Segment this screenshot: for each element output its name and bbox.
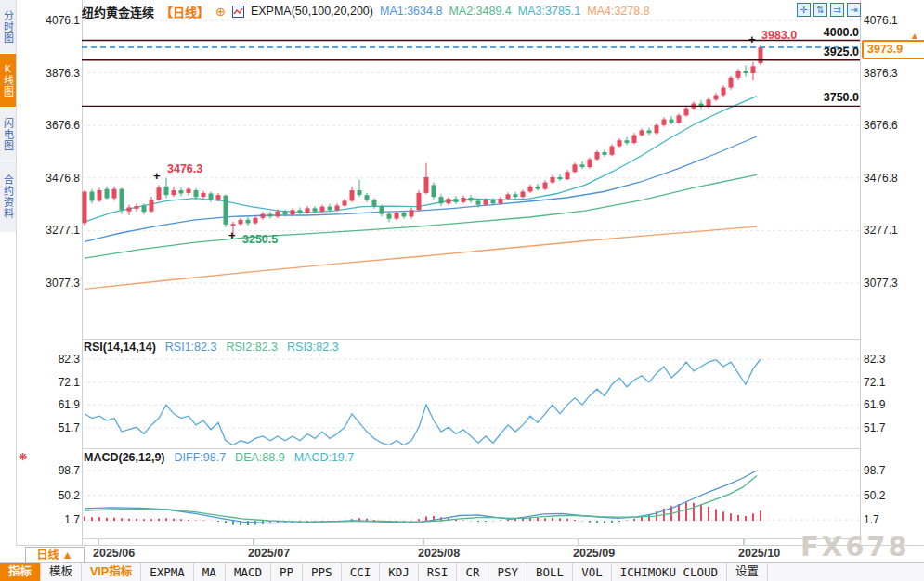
date-axis-label: 2025/06: [93, 547, 135, 560]
rsi-title: RSI(14,14,14): [84, 341, 156, 354]
sidebar-tab-kline[interactable]: K线图: [0, 54, 16, 108]
ma3-value: MA3:3785.1: [518, 5, 580, 18]
left-sidebar: 分时图 K线图 闪电图 合约资料: [0, 0, 17, 562]
sidebar-tab-timeline[interactable]: 分时图: [0, 0, 16, 54]
exit-view-icon[interactable]: ⇥: [847, 3, 861, 17]
ma4-value: MA4:3278.8: [587, 5, 649, 18]
price-axis-label-right: 4076.1: [864, 14, 919, 27]
rsi-axis-label-right: 61.9: [864, 398, 919, 411]
chart-canvas[interactable]: [0, 0, 924, 581]
macd-hist-value: MACD:19.7: [294, 451, 355, 464]
pan-chart-icon[interactable]: ⇉: [830, 3, 844, 17]
toolbar-item-vol[interactable]: VOL: [573, 563, 612, 581]
sidebar-tab-contract-info[interactable]: 合约资料: [0, 161, 16, 233]
toolbar-item-ma[interactable]: MA: [194, 563, 226, 581]
toolbar-item-macd[interactable]: MACD: [226, 563, 271, 581]
price-axis-label-right: 3077.3: [864, 277, 919, 290]
date-axis-label: 2025/09: [573, 547, 615, 560]
ma1-value: MA1:3634.8: [380, 5, 442, 18]
chart-tool-icons: ✛⇅⇉⇥: [797, 3, 861, 17]
period-dropdown-button[interactable]: 日线 ▲: [25, 547, 85, 563]
add-circle-icon[interactable]: ⊕: [215, 5, 226, 19]
macd-axis-label-right: 98.7: [864, 464, 919, 477]
toolbar-item-pps[interactable]: PPS: [303, 563, 342, 581]
price-line-label: 3925.0: [789, 45, 859, 58]
macd-axis-label-left: 1.7: [33, 513, 80, 526]
dropdown-arrow-icon: ▲: [62, 549, 73, 562]
chart-header: 纽约黄金连续 【日线】 ⊕ EXPMA(50,100,20,200) MA1:3…: [82, 2, 650, 20]
toolbar-item-indicators[interactable]: 指标: [0, 563, 41, 581]
rsi-axis-label-left: 72.1: [33, 376, 80, 389]
price-axis-label-left: 3476.8: [33, 172, 80, 185]
toolbar-item-boll[interactable]: BOLL: [527, 563, 573, 581]
price-line-label: 4000.0: [789, 26, 859, 39]
period-tag: 【日线】: [161, 3, 209, 20]
rsi2-value: RSI2:82.3: [226, 341, 278, 354]
cross-marker: +: [228, 231, 236, 240]
rsi-axis-label-right: 51.7: [864, 421, 919, 434]
ma2-value: MA2:3489.4: [449, 5, 511, 18]
price-axis-label-left: 3676.6: [33, 119, 80, 132]
price-axis-label-right: 3676.6: [864, 119, 919, 132]
macd-axis-label-right: 1.7: [864, 513, 919, 526]
rsi-axis-label-left: 61.9: [33, 398, 80, 411]
price-marker-label: 3983.0: [761, 29, 797, 42]
rsi3-value: RSI3:82.3: [287, 341, 339, 354]
price-axis-label-left: 3876.3: [33, 67, 80, 80]
toolbar-item-templates[interactable]: 模板: [41, 563, 82, 581]
rsi-axis-label-right: 72.1: [864, 376, 919, 389]
period-label: 日线: [36, 549, 59, 562]
price-up-arrow-icon: ▲: [910, 31, 919, 41]
macd-axis-label-right: 50.2: [864, 489, 919, 502]
toolbar-item-settings[interactable]: 设置: [727, 563, 768, 581]
sidebar-tab-lightning[interactable]: 闪电图: [0, 108, 16, 161]
date-axis: 2025/062025/072025/082025/092025/10: [16, 546, 924, 562]
indicator-name: EXPMA(50,100,20,200): [251, 5, 373, 18]
macd-axis-label-left: 98.7: [33, 464, 80, 477]
price-axis-label-left: 3277.1: [33, 224, 80, 237]
toolbar-item-ichimoku-cloud[interactable]: ICHIMOKU CLOUD: [612, 563, 727, 581]
price-axis-label-left: 3077.3: [33, 277, 80, 290]
price-marker-label: 3476.3: [167, 162, 202, 175]
toolbar-item-kdj[interactable]: KDJ: [380, 563, 419, 581]
macd-title: MACD(26,12,9): [84, 451, 165, 464]
rsi1-value: RSI1:82.3: [165, 341, 217, 354]
toolbar-item-rsi[interactable]: RSI: [419, 563, 458, 581]
current-price-value: 3973.9: [867, 43, 903, 56]
price-axis-label-right: 3876.3: [864, 67, 919, 80]
macd-axis-label-left: 50.2: [33, 489, 80, 502]
toolbar-item-cr[interactable]: CR: [457, 563, 488, 581]
price-line-label: 3750.0: [789, 91, 859, 104]
rsi-axis-label-right: 82.3: [864, 353, 919, 366]
indicator-settings-icon[interactable]: ❋: [19, 451, 27, 463]
indicator-chart-icon: [232, 6, 244, 18]
toolbar-item-expma[interactable]: EXPMA: [141, 563, 194, 581]
current-price-box: 3973.9: [862, 40, 924, 59]
macd-pane-header: MACD(26,12,9) DIFF:98.7 DEA:88.9 MACD:19…: [84, 451, 354, 464]
rsi-axis-label-left: 51.7: [33, 421, 80, 434]
watermark: FX678: [800, 531, 910, 562]
cross-marker: +: [153, 172, 161, 181]
rsi-axis-label-left: 82.3: [33, 353, 80, 366]
bottom-toolbar: 指标模板VIP指标EXPMAMAMACDPPPPSCCIKDJRSICRPSYB…: [0, 562, 924, 581]
date-axis-label: 2025/08: [418, 547, 460, 560]
toolbar-item-pp[interactable]: PP: [271, 563, 303, 581]
crosshair-icon[interactable]: ✛: [797, 3, 811, 17]
price-axis-label-left: 4076.1: [33, 14, 80, 27]
cross-marker: +: [748, 35, 756, 45]
date-axis-label: 2025/10: [738, 547, 780, 560]
toolbar-item-vip-indicators[interactable]: VIP指标: [82, 563, 141, 581]
rsi-pane-header: RSI(14,14,14) RSI1:82.3 RSI2:82.3 RSI3:8…: [84, 341, 339, 354]
macd-dea-value: DEA:88.9: [235, 451, 285, 464]
price-axis-label-right: 3277.1: [864, 224, 919, 237]
zoom-axis-icon[interactable]: ⇅: [813, 3, 827, 17]
price-axis-label-right: 3476.8: [864, 172, 919, 185]
symbol-title: 纽约黄金连续: [82, 3, 154, 20]
toolbar-item-cci[interactable]: CCI: [342, 563, 381, 581]
macd-diff-value: DIFF:98.7: [175, 451, 227, 464]
date-axis-label: 2025/07: [248, 547, 290, 560]
price-marker-label: 3250.5: [242, 233, 278, 246]
toolbar-item-psy[interactable]: PSY: [488, 563, 527, 581]
